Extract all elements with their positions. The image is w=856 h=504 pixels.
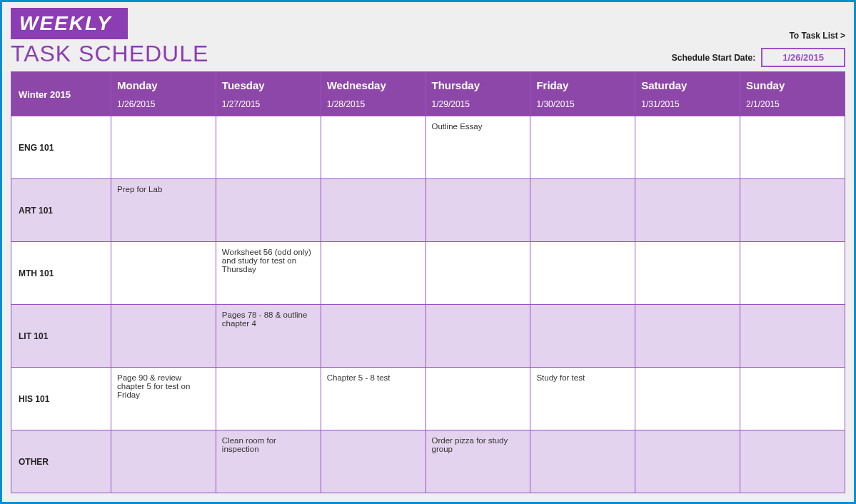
schedule-cell[interactable] — [635, 305, 740, 368]
schedule-body: ENG 101Outline EssayART 101Prep for LabM… — [11, 116, 845, 493]
schedule-cell[interactable] — [530, 116, 635, 179]
schedule-cell[interactable] — [740, 242, 845, 305]
schedule-cell[interactable] — [635, 368, 740, 430]
weekly-task-schedule: WEEKLY TASK SCHEDULE To Task List > Sche… — [0, 0, 856, 504]
day-header-thu: Thursday1/29/2015 — [426, 72, 530, 116]
period-label: Winter 2015 — [11, 72, 111, 116]
schedule-cell[interactable] — [740, 305, 845, 368]
schedule-cell[interactable] — [530, 179, 635, 242]
schedule-table: Winter 2015 Monday1/26/2015 Tuesday1/27/… — [11, 71, 845, 493]
schedule-cell[interactable] — [426, 242, 530, 305]
schedule-cell[interactable]: Study for test — [530, 368, 635, 430]
day-header-wed: Wednesday1/28/2015 — [321, 72, 426, 116]
schedule-cell[interactable]: Worksheet 56 (odd only) and study for te… — [216, 242, 321, 305]
schedule-cell[interactable]: Order pizza for study group — [426, 430, 530, 493]
schedule-cell[interactable] — [426, 368, 530, 430]
title-subtitle: TASK SCHEDULE — [11, 41, 208, 67]
table-row: MTH 101Worksheet 56 (odd only) and study… — [11, 242, 845, 305]
schedule-cell[interactable] — [530, 305, 635, 368]
schedule-cell[interactable] — [111, 430, 216, 493]
schedule-cell[interactable]: Prep for Lab — [111, 179, 216, 242]
schedule-cell[interactable] — [635, 179, 740, 242]
schedule-cell[interactable] — [321, 305, 426, 368]
schedule-cell[interactable]: Chapter 5 - 8 test — [321, 368, 426, 430]
day-header-tue: Tuesday1/27/2015 — [216, 72, 321, 116]
schedule-cell[interactable]: Page 90 & review chapter 5 for test on F… — [111, 368, 216, 430]
table-row: ENG 101Outline Essay — [11, 116, 845, 179]
title-banner: WEEKLY — [11, 8, 128, 39]
schedule-cell[interactable] — [111, 116, 216, 179]
header: WEEKLY TASK SCHEDULE To Task List > Sche… — [11, 8, 845, 67]
schedule-cell[interactable] — [740, 179, 845, 242]
table-row: ART 101Prep for Lab — [11, 179, 845, 242]
row-label: HIS 101 — [11, 368, 111, 430]
schedule-cell[interactable] — [426, 305, 530, 368]
day-header-fri: Friday1/30/2015 — [530, 72, 635, 116]
start-date-label: Schedule Start Date: — [672, 53, 755, 63]
schedule-cell[interactable] — [635, 242, 740, 305]
schedule-cell[interactable] — [426, 179, 530, 242]
schedule-cell[interactable] — [111, 242, 216, 305]
header-row: Winter 2015 Monday1/26/2015 Tuesday1/27/… — [11, 72, 845, 116]
schedule-cell[interactable] — [216, 116, 321, 179]
row-label: ART 101 — [11, 179, 111, 242]
title-block: WEEKLY TASK SCHEDULE — [11, 8, 208, 67]
row-label: MTH 101 — [11, 242, 111, 305]
schedule-cell[interactable] — [216, 368, 321, 430]
table-row: HIS 101Page 90 & review chapter 5 for te… — [11, 368, 845, 430]
schedule-cell[interactable] — [635, 116, 740, 179]
day-header-mon: Monday1/26/2015 — [111, 72, 216, 116]
schedule-cell[interactable] — [216, 179, 321, 242]
schedule-cell[interactable]: Pages 78 - 88 & outline chapter 4 — [216, 305, 321, 368]
schedule-cell[interactable] — [321, 430, 426, 493]
to-task-list-link[interactable]: To Task List > — [789, 31, 845, 41]
schedule-cell[interactable] — [321, 242, 426, 305]
schedule-cell[interactable] — [321, 179, 426, 242]
schedule-cell[interactable] — [111, 305, 216, 368]
schedule-cell[interactable] — [321, 116, 426, 179]
schedule-cell[interactable] — [740, 368, 845, 430]
table-row: OTHERClean room for inspectionOrder pizz… — [11, 430, 845, 493]
schedule-cell[interactable] — [530, 242, 635, 305]
row-label: OTHER — [11, 430, 111, 493]
schedule-cell[interactable] — [740, 430, 845, 493]
schedule-cell[interactable] — [635, 430, 740, 493]
schedule-cell[interactable] — [530, 430, 635, 493]
schedule-cell[interactable]: Outline Essay — [426, 116, 530, 179]
day-header-sat: Saturday1/31/2015 — [635, 72, 740, 116]
day-header-sun: Sunday2/1/2015 — [740, 72, 845, 116]
row-label: ENG 101 — [11, 116, 111, 179]
start-date-input[interactable]: 1/26/2015 — [761, 48, 845, 67]
schedule-cell[interactable] — [740, 116, 845, 179]
table-row: LIT 101Pages 78 - 88 & outline chapter 4 — [11, 305, 845, 368]
meta-block: To Task List > Schedule Start Date: 1/26… — [672, 31, 845, 67]
row-label: LIT 101 — [11, 305, 111, 368]
schedule-cell[interactable]: Clean room for inspection — [216, 430, 321, 493]
